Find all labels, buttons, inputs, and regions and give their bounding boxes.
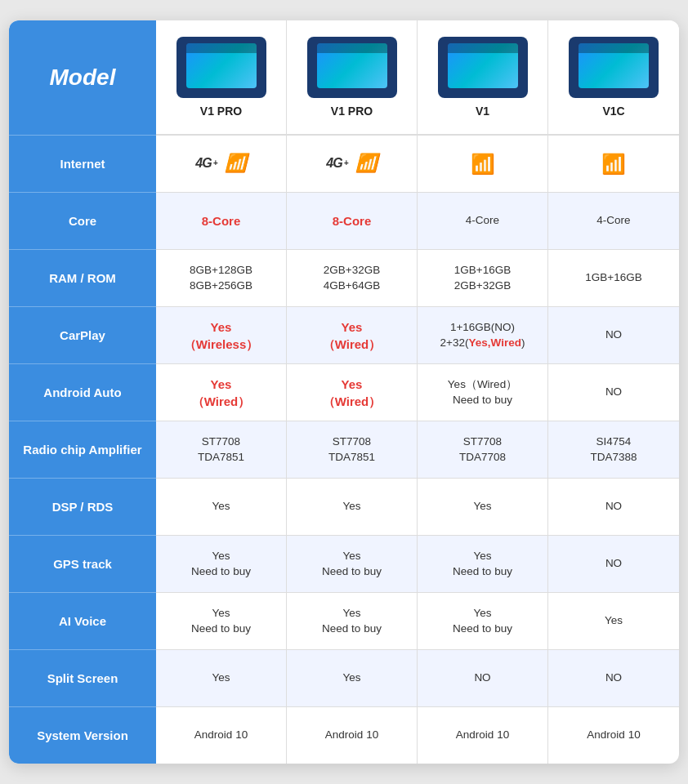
data-cell-r0-c3: 📶 <box>548 135 679 192</box>
table-row-2: RAM / ROM8GB+128GB 8GB+256GB2GB+32GB 4GB… <box>9 249 679 306</box>
row-label-10: System Version <box>9 706 156 764</box>
comparison-table: Model V1 PRO V1 PRO V1 V1C <box>9 20 679 764</box>
internet-icon-wifi: 📶 <box>471 150 495 178</box>
data-cell-r7-c2: Yes Need to buy <box>418 535 548 592</box>
cell-value: 2GB+32GB 4GB+64GB <box>324 263 380 294</box>
data-cell-r2-c0: 8GB+128GB 8GB+256GB <box>156 249 287 306</box>
product-image-v1c <box>569 37 659 98</box>
mixed-line1: 1+16GB(NO) <box>450 320 515 336</box>
data-cell-r8-c3: Yes <box>548 592 679 649</box>
product-name-v1pro1: V1 PRO <box>200 105 242 118</box>
data-cell-r4-c1: Yes （Wired） <box>287 363 418 421</box>
data-cell-r3-c2: 1+16GB(NO) 2+32(Yes,Wired) <box>418 306 548 363</box>
table-row-4: Android AutoYes （Wired）Yes （Wired）Yes（Wi… <box>9 363 679 421</box>
cell-value: Yes <box>342 670 360 686</box>
table-row-7: GPS trackYes Need to buyYes Need to buyY… <box>9 535 679 592</box>
data-cell-r6-c3: NO <box>548 478 679 535</box>
product-header-v1pro2: V1 PRO <box>287 20 418 135</box>
data-cell-r2-c3: 1GB+16GB <box>548 249 679 306</box>
row-label-8: AI Voice <box>9 592 156 649</box>
data-cell-r1-c3: 4-Core <box>548 192 679 249</box>
red-value: 8-Core <box>202 212 241 229</box>
table-row-0: Internet4G+ 📶4G+ 📶📶📶 <box>9 135 679 192</box>
data-cell-r7-c1: Yes Need to buy <box>287 535 418 592</box>
data-cell-r1-c1: 8-Core <box>287 192 418 249</box>
data-cell-r8-c0: Yes Need to buy <box>156 592 287 649</box>
table-row-9: Split ScreenYesYesNONO <box>9 649 679 706</box>
product-name-v1c: V1C <box>602 105 624 118</box>
mixed-line2: 2+32(Yes,Wired) <box>440 336 525 351</box>
cell-value: 1GB+16GB <box>585 270 641 286</box>
row-label-1: Core <box>9 192 156 249</box>
product-image-v1pro2 <box>307 37 397 98</box>
row-label-4: Android Auto <box>9 363 156 421</box>
data-cell-r10-c0: Android 10 <box>156 706 287 764</box>
row-label-0: Internet <box>9 135 156 192</box>
data-cell-r1-c0: 8-Core <box>156 192 287 249</box>
cell-value: NO <box>605 670 622 686</box>
data-cell-r9-c0: Yes <box>156 649 287 706</box>
red-value: 8-Core <box>333 212 372 229</box>
data-cell-r6-c2: Yes <box>418 478 548 535</box>
data-cell-r8-c1: Yes Need to buy <box>287 592 418 649</box>
product-screen <box>579 43 649 88</box>
cell-value: 8GB+128GB 8GB+256GB <box>190 263 252 294</box>
cell-value: ST7708 TDA7851 <box>328 434 375 466</box>
data-cell-r1-c2: 4-Core <box>418 192 548 249</box>
data-cell-r5-c0: ST7708 TDA7851 <box>156 421 287 478</box>
product-screen <box>186 43 257 88</box>
cell-value: Yes Need to buy <box>191 606 251 637</box>
red-value: Yes （Wireless） <box>184 318 259 353</box>
data-cell-r4-c2: Yes（Wired） Need to buy <box>418 363 548 421</box>
cell-value: NO <box>605 499 622 514</box>
data-cell-r6-c1: Yes <box>287 478 418 535</box>
model-header: Model <box>9 20 156 135</box>
cell-value: ST7708 TDA7851 <box>198 434 244 466</box>
table-grid: Model V1 PRO V1 PRO V1 V1C <box>9 20 679 135</box>
table-row-8: AI VoiceYes Need to buyYes Need to buyYe… <box>9 592 679 649</box>
red-value: Yes （Wired） <box>192 376 251 410</box>
internet-icon-4g: 4G+ 📶 <box>195 151 246 176</box>
data-cell-r4-c3: NO <box>548 363 679 421</box>
table-row-6: DSP / RDSYesYesYesNO <box>9 478 679 535</box>
data-cell-r6-c0: Yes <box>156 478 287 535</box>
row-label-6: DSP / RDS <box>9 478 156 535</box>
cell-value: Yes Need to buy <box>453 606 512 637</box>
table-row-10: System VersionAndroid 10Android 10Androi… <box>9 706 679 764</box>
table-row-3: CarPlayYes （Wireless）Yes （Wired） 1+16GB(… <box>9 306 679 363</box>
cell-value: Yes <box>212 499 230 514</box>
cell-value: NO <box>605 327 622 343</box>
data-cell-r3-c3: NO <box>548 306 679 363</box>
data-cell-r0-c1: 4G+ 📶 <box>287 135 418 192</box>
product-image-v1pro1 <box>176 37 266 98</box>
product-header-v1c: V1C <box>548 20 679 135</box>
data-cell-r4-c0: Yes （Wired） <box>156 363 287 421</box>
cell-value: Android 10 <box>456 728 509 743</box>
rows-container: Internet4G+ 📶4G+ 📶📶📶Core8-Core8-Core4-Co… <box>9 135 679 764</box>
mixed-cell: 1+16GB(NO) 2+32(Yes,Wired) <box>440 320 525 351</box>
cell-value: Android 10 <box>194 728 248 743</box>
product-image-v1 <box>438 37 528 98</box>
cell-value: Yes Need to buy <box>191 549 251 580</box>
cell-value: ST7708 TDA7708 <box>459 434 506 466</box>
row-label-2: RAM / ROM <box>9 249 156 306</box>
data-cell-r10-c2: Android 10 <box>418 706 548 764</box>
cell-value: Yes <box>212 670 230 686</box>
internet-icon-4g: 4G+ 📶 <box>326 151 377 176</box>
data-cell-r7-c3: NO <box>548 535 679 592</box>
product-header-v1: V1 <box>418 20 548 135</box>
data-cell-r10-c3: Android 10 <box>548 706 679 764</box>
data-cell-r8-c2: Yes Need to buy <box>418 592 548 649</box>
product-name-v1pro2: V1 PRO <box>331 105 373 118</box>
cell-value: NO <box>605 556 622 572</box>
product-screen <box>317 43 387 88</box>
data-cell-r9-c1: Yes <box>287 649 418 706</box>
red-value: Yes （Wired） <box>323 318 382 353</box>
cell-value: Yes <box>473 499 491 514</box>
data-cell-r3-c0: Yes （Wireless） <box>156 306 287 363</box>
cell-value: Android 10 <box>587 728 640 743</box>
data-cell-r0-c0: 4G+ 📶 <box>156 135 287 192</box>
row-label-3: CarPlay <box>9 306 156 363</box>
cell-value: Yes <box>605 613 623 629</box>
data-cell-r9-c2: NO <box>418 649 548 706</box>
